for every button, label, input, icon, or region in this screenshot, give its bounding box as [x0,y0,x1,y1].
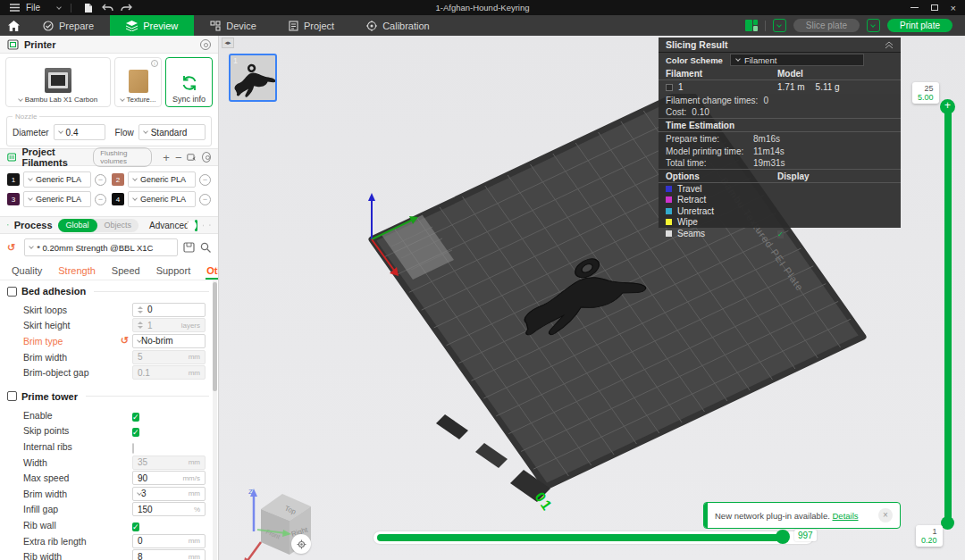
hamburger-menu-icon[interactable] [7,2,21,14]
filament-color-swatch[interactable]: 3 [7,193,20,205]
brim-width-input: 5mm [132,350,206,364]
printer-model-name[interactable]: Bambu Lab X1 Carbon [25,96,97,104]
viewport-settings-button[interactable] [291,534,311,554]
print-plate-button[interactable]: Print plate [887,19,952,32]
move-slider-track[interactable] [373,531,813,544]
enable-checkbox[interactable]: ✓ [132,413,139,422]
tab-project[interactable]: Project [273,15,350,36]
brim-type-select[interactable]: No-brim [132,334,206,348]
settings-scrollbar[interactable] [213,280,217,560]
viewport-3d[interactable]: ◂▸ Bambu Textured PEI Plate [220,36,965,560]
layer-slider-top-handle[interactable]: + [940,99,955,114]
move-slider-handle[interactable] [776,530,790,544]
diameter-select[interactable]: 0.4 [54,124,105,140]
remove-filament-icon[interactable]: − [175,152,182,163]
plate-clip [475,443,508,468]
filament-edit-icon[interactable]: − [199,174,211,186]
layer-slider-track[interactable] [944,105,952,523]
search-icon[interactable] [200,242,211,253]
skip-points-checkbox[interactable]: ✓ [132,428,139,437]
maximize-button[interactable] [931,4,938,11]
minimize-button[interactable] [910,7,919,8]
pt-brim-width-select[interactable]: 3mm [132,487,206,501]
list-view-icon[interactable] [203,221,205,230]
home-button[interactable] [0,15,27,36]
navigation-cube[interactable]: Z Top Front Right [236,478,325,560]
advanced-toggle[interactable] [195,220,197,231]
print-options-dropdown[interactable] [867,19,880,32]
total-time-label: Total time: [666,158,748,168]
extra-rib-length-input[interactable]: 0mm [132,534,206,548]
close-button[interactable]: × [951,4,956,13]
plate-info-icon[interactable]: i [151,60,158,67]
filament-select-3[interactable]: Generic PLA [23,191,91,207]
travel-color-swatch [666,186,672,192]
objects-segment[interactable]: Objects [97,221,139,230]
tab-calibration[interactable]: Calibration [350,15,446,36]
build-plate-card[interactable]: i Texture... [114,57,162,107]
toast-close-icon[interactable]: × [878,508,893,522]
global-segment[interactable]: Global [58,219,97,232]
tab-device[interactable]: Device [194,15,273,36]
rib-wall-checkbox[interactable]: ✓ [132,522,139,531]
printer-settings-gear-icon[interactable] [200,39,211,50]
seams-display-checkbox[interactable]: ✓ [777,230,784,238]
file-menu[interactable]: File [26,3,40,13]
tools-icon[interactable] [209,220,211,230]
plate-thumbnail[interactable]: 1 [229,54,277,102]
infill-gap-input[interactable]: 150% [132,502,206,516]
flushing-volumes-button[interactable]: Flushing volumes [93,147,152,167]
color-scheme-select[interactable]: Filament [730,54,864,66]
toast-details-link[interactable]: Details [832,511,858,521]
new-file-icon[interactable] [81,2,96,14]
tab-quality[interactable]: Quality [4,263,50,279]
slice-options-dropdown[interactable] [773,19,786,32]
layer-slider-bottom-handle[interactable] [941,516,954,530]
change-times-label: Filament change times: [666,96,758,105]
ams-sync-icon[interactable] [187,152,196,163]
prepare-time-label: Prepare time: [666,134,748,144]
collapse-panel-icon[interactable] [885,41,894,49]
prepare-icon [43,21,54,31]
tab-prepare[interactable]: Prepare [27,15,110,36]
filament-select-2[interactable]: Generic PLA [128,171,196,188]
undo-icon[interactable] [100,2,114,14]
setting-row-infill-gap: Infill gap 150% [0,502,218,518]
plate-type-name[interactable]: Texture... [127,96,156,104]
tab-others[interactable]: Others [198,263,219,279]
save-preset-icon[interactable] [183,242,195,253]
sync-info-card[interactable]: Sync info [165,57,213,107]
viewport-gear-icon [296,539,307,550]
filament-select-4[interactable]: Generic PLA [128,191,196,207]
redo-icon[interactable] [119,2,133,14]
filament-edit-icon[interactable]: − [95,174,106,186]
tab-strength[interactable]: Strength [50,263,104,279]
tab-support[interactable]: Support [148,263,199,279]
tab-preview[interactable]: Preview [110,15,194,36]
filament-settings-gear-icon[interactable] [202,152,211,163]
setting-row-internal-ribs: Internal ribs [0,439,218,455]
printer-model-card[interactable]: Bambu Lab X1 Carbon [5,57,111,107]
tab-speed[interactable]: Speed [104,263,148,279]
filament-edit-icon[interactable]: − [199,194,211,205]
filament-color-swatch[interactable]: 4 [112,193,124,205]
file-menu-chevron-icon[interactable] [56,4,62,10]
internal-ribs-checkbox[interactable] [132,443,134,454]
max-speed-input[interactable]: 90mm/s [132,471,206,485]
flow-select[interactable]: Standard [138,124,206,140]
global-objects-toggle[interactable]: Global Objects [58,219,139,232]
slice-plate-button[interactable]: Slice plate [793,19,860,32]
option-row-unretract: Unretract [659,205,901,217]
filament-edit-icon[interactable]: − [95,194,106,205]
add-filament-icon[interactable]: + [163,152,170,163]
rib-width-input[interactable]: 8mm [132,549,206,560]
skirt-loops-input[interactable]: 0 [132,303,206,317]
time-estimation-title: Time Estimation [666,121,734,130]
process-preset-select[interactable]: * 0.20mm Strength @BBL X1C [24,238,178,256]
filament-color-swatch[interactable]: 1 [7,173,20,186]
brim-type-reset-icon[interactable]: ↺ [121,335,129,347]
filament-select-1[interactable]: Generic PLA [23,171,91,188]
filament-color-swatch[interactable]: 2 [112,173,124,186]
preset-reset-icon[interactable]: ↺ [7,242,15,254]
plate-settings-icon[interactable] [745,20,758,31]
